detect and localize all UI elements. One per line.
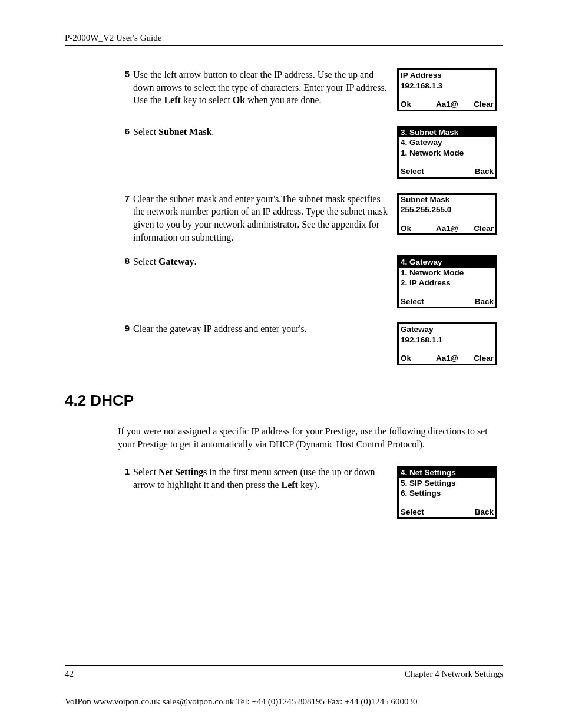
step-row: 1Select Net Settings in the first menu s… [118,466,503,521]
screen-line: 255.255.255.0 [399,205,495,215]
screen-softkeys: OkAa1@Clear [399,99,495,110]
step-text: Select Net Settings in the first menu sc… [133,466,392,491]
step-screen-wrap: 3. Subnet Mask4. Gateway1. Network ModeS… [397,126,497,181]
screen-softkeys: OkAa1@Clear [399,223,495,234]
step-text: Clear the subnet mask and enter your's.T… [133,193,392,243]
device-screen: Gateway192.168.1.1OkAa1@Clear [397,322,497,365]
step-row: 5Use the left arrow button to clear the … [118,68,503,114]
softkey-right: Back [462,507,494,518]
softkey-center [432,507,463,518]
step-text-bold: Subnet Mask [158,127,211,137]
step-screen-wrap: Subnet Mask255.255.255.0OkAa1@Clear [397,193,497,238]
step-text-part: . [211,127,214,137]
step-text: Use the left arrow button to clear the I… [133,68,392,107]
step-number: 6 [118,126,130,136]
softkey-right: Back [462,297,494,307]
screen-line-highlighted: 4. Gateway [399,257,495,268]
step-number: 8 [118,255,130,266]
step-text-part: Select [133,467,158,477]
screen-line: 2. IP Address [399,278,495,288]
footer-bottom: VoIPon www.voipon.co.uk sales@voipon.co.… [65,697,503,707]
step-row: 6Select Subnet Mask.3. Subnet Mask4. Gat… [118,126,503,181]
guide-title: P-2000W_V2 User's Guide [65,33,161,42]
screen-line: 1. Network Mode [399,148,495,159]
screen-line: 192.168.1.1 [399,335,495,345]
softkey-left: Ok [401,223,432,234]
step-text-part: when you are done. [245,95,321,105]
screen-line-highlighted: 4. Net Settings [399,467,495,478]
step-row: 8Select Gateway.4. Gateway1. Network Mod… [118,255,503,311]
softkey-left: Select [401,297,432,307]
step-number: 5 [118,68,130,79]
screen-line: 1. Network Mode [399,268,495,278]
screen-line: 4. Gateway [399,137,495,148]
screen-softkeys: SelectBack [399,507,495,518]
step-text-bold: Left [164,95,180,105]
softkey-center: Aa1@ [432,223,463,234]
screen-softkeys: SelectBack [399,166,495,177]
step-text-bold: Gateway [158,256,194,266]
step-text-part: key). [298,480,319,490]
step-number: 7 [118,193,130,203]
screen-softkeys: SelectBack [399,297,495,307]
step-screen-wrap: IP Address192.168.1.3OkAa1@Clear [397,68,497,114]
softkey-right: Clear [462,99,494,110]
page-number: 42 [65,669,74,679]
step-text-part: Clear the subnet mask and enter your's.T… [133,194,388,242]
step-text: Select Subnet Mask. [133,126,392,139]
step-row: 7Clear the subnet mask and enter your's.… [118,193,503,243]
step-screen-wrap: Gateway192.168.1.1OkAa1@Clear [397,322,497,368]
screen-line: Gateway [399,324,495,335]
step-text-part: Select [133,127,158,137]
softkey-left: Select [401,507,432,518]
device-screen: 4. Net Settings5. SIP Settings6. Setting… [397,466,497,519]
step-text-bold: Left [282,480,298,490]
section-intro: If you were not assigned a specific IP a… [118,425,503,450]
softkey-right: Back [462,166,494,177]
screen-line: 6. Settings [399,488,495,499]
step-screen-wrap: 4. Net Settings5. SIP Settings6. Setting… [397,466,497,521]
softkey-center: Aa1@ [432,99,463,110]
screen-line: 5. SIP Settings [399,478,495,489]
softkey-center: Aa1@ [432,353,463,364]
step-text-part: key to select [181,95,233,105]
softkey-left: Ok [401,353,432,364]
softkey-right: Clear [462,353,494,364]
screen-softkeys: OkAa1@Clear [399,353,495,364]
device-screen: Subnet Mask255.255.255.0OkAa1@Clear [397,193,497,236]
softkey-left: Ok [401,99,432,110]
device-screen: 4. Gateway1. Network Mode2. IP AddressSe… [397,255,497,308]
footer-top: 42 Chapter 4 Network Settings [65,665,503,679]
section-heading: 4.2 DHCP [65,391,503,410]
screen-line: IP Address [399,70,495,81]
softkey-left: Select [401,166,432,177]
step-text-part: Clear the gateway IP address and enter y… [133,324,307,334]
step-text: Select Gateway. [133,255,392,268]
device-screen: IP Address192.168.1.3OkAa1@Clear [397,68,497,111]
step-text-part: . [194,256,197,266]
page-header: P-2000W_V2 User's Guide [65,33,503,46]
softkey-right: Clear [462,223,494,234]
screen-line: Subnet Mask [399,195,495,205]
step-screen-wrap: 4. Gateway1. Network Mode2. IP AddressSe… [397,255,497,311]
softkey-center [432,297,463,307]
step-text: Clear the gateway IP address and enter y… [133,322,392,335]
step-text-bold: Net Settings [158,467,207,477]
chapter-label: Chapter 4 Network Settings [405,669,503,679]
step-number: 1 [118,466,130,476]
step-text-part: Select [133,256,158,266]
screen-line-highlighted: 3. Subnet Mask [399,127,495,138]
step-row: 9Clear the gateway IP address and enter … [118,322,503,368]
softkey-center [432,166,463,177]
device-screen: 3. Subnet Mask4. Gateway1. Network ModeS… [397,126,497,179]
step-text-bold: Ok [233,95,245,105]
step-number: 9 [118,322,130,333]
screen-line: 192.168.1.3 [399,81,495,91]
